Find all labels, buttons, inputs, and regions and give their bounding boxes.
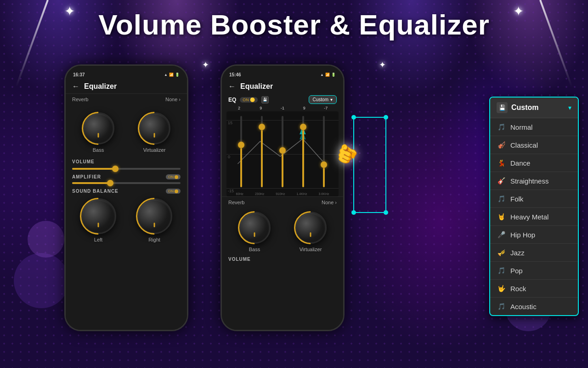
- virtualizer-label-2: Virtualizer: [300, 247, 322, 252]
- phone-2-time: 15:46: [229, 72, 241, 77]
- jazz-icon: 🎺: [497, 248, 506, 257]
- back-arrow-icon-2[interactable]: ←: [228, 82, 236, 91]
- dropdown-item-dance[interactable]: 💃 Dance: [490, 154, 578, 172]
- freq-5: 3.6KHz: [318, 192, 329, 196]
- phone-2-screen: 15:46 ▲ 📶 🔋 ← Equalizer EQ ON 🟡 💾 Custom…: [222, 66, 343, 330]
- freq-3: 910Hz: [276, 192, 285, 196]
- phone-1-status-icons: ▲ 📶 🔋: [164, 73, 180, 77]
- dropdown-item-classical[interactable]: 🎻 Classical: [490, 136, 578, 154]
- acoustic-label: Acoustic: [510, 303, 537, 310]
- eq-toggle[interactable]: ON 🟡: [240, 97, 258, 103]
- volume-fill: [72, 168, 115, 170]
- star-3: ✦: [202, 60, 209, 70]
- phone-1-screen: 16:37 ▲ 📶 🔋 ← Equalizer Reverb None ›: [66, 66, 187, 330]
- eq-bar-track-4: [302, 116, 304, 187]
- reverb-value-1: None ›: [165, 97, 181, 102]
- bass-knob-ring: [75, 105, 122, 152]
- amplifier-slider[interactable]: [66, 180, 187, 186]
- normal-label: Normal: [510, 123, 532, 131]
- bass-knob[interactable]: [82, 112, 114, 144]
- right-label: Right: [148, 237, 160, 242]
- eq-label: EQ: [228, 97, 236, 103]
- dropdown-item-acoustic[interactable]: 🎵 Acoustic: [490, 298, 578, 315]
- eq-bar-3[interactable]: [279, 116, 286, 187]
- reverb-row-1[interactable]: Reverb None ›: [66, 93, 187, 105]
- signal-icon: ▲: [164, 73, 168, 77]
- virtualizer-knob-ring-2: [287, 204, 334, 251]
- amplifier-fill: [72, 182, 110, 184]
- rock-icon: 🤟: [497, 284, 506, 293]
- eq-freq-labels: 60Hz 230Hz 910Hz 1.4KHz 3.6KHz: [226, 192, 339, 196]
- dropdown-item-jazz[interactable]: 🎺 Jazz: [490, 244, 578, 262]
- wifi-icon-2: 📶: [325, 73, 330, 77]
- page-title: Volume Booster & Equalizer: [0, 8, 588, 41]
- eq-bar-fill-1: [240, 148, 242, 187]
- eq-bar-handle-2[interactable]: [259, 124, 265, 130]
- right-knob-ring: [128, 190, 180, 242]
- dropdown-item-straightness[interactable]: 🎸 Straightness: [490, 172, 578, 190]
- amplifier-thumb[interactable]: [107, 180, 113, 186]
- phone-1-status-bar: 16:37 ▲ 📶 🔋: [66, 66, 187, 80]
- hip-hop-icon: 🎤: [497, 230, 506, 239]
- normal-icon: 🎵: [497, 122, 506, 132]
- phone-2-screen-title: Equalizer: [240, 82, 273, 91]
- amplifier-track: [72, 182, 181, 184]
- back-arrow-icon[interactable]: ←: [72, 82, 79, 91]
- amplifier-toggle[interactable]: ON: [166, 174, 181, 179]
- phone-2: 15:46 ▲ 📶 🔋 ← Equalizer EQ ON 🟡 💾 Custom…: [220, 64, 345, 331]
- jazz-label: Jazz: [510, 249, 525, 257]
- virtualizer-knob-container: Virtualizer: [138, 112, 170, 153]
- virtualizer-knob-2[interactable]: [294, 212, 327, 244]
- reverb-row-2[interactable]: Reverb None ›: [222, 196, 343, 208]
- phone-2-status-icons: ▲ 📶 🔋: [320, 73, 336, 77]
- dropdown-item-hip-hop[interactable]: 🎤 Hip Hop: [490, 226, 578, 244]
- eq-header: EQ ON 🟡 💾 Custom ▾: [222, 93, 343, 106]
- bass-knob-ring-2: [231, 204, 278, 251]
- eq-bar-fill-3: [282, 154, 283, 187]
- sound-balance-dot: [175, 190, 178, 193]
- eq-bars-container: [226, 111, 339, 196]
- classical-label: Classical: [510, 141, 538, 149]
- eq-bar-1[interactable]: [237, 116, 245, 187]
- eq-bar-handle-4[interactable]: [300, 124, 306, 130]
- eq-bar-handle-1[interactable]: [238, 142, 244, 148]
- virtualizer-knob[interactable]: [138, 112, 170, 144]
- eq-bar-5[interactable]: [320, 116, 328, 187]
- hip-hop-label: Hip Hop: [510, 231, 535, 239]
- eq-val-2: 9: [254, 106, 268, 110]
- dropdown-header[interactable]: 💾 Custom ▾: [490, 98, 578, 118]
- bass-knob-2[interactable]: [238, 212, 271, 244]
- eq-bar-fill-2: [261, 130, 263, 187]
- rock-label: Rock: [510, 285, 526, 293]
- pop-icon: 🎵: [497, 266, 506, 275]
- bokeh-2: [28, 221, 64, 258]
- eq-bar-4[interactable]: [300, 116, 307, 187]
- eq-bar-fill-5: [323, 168, 325, 187]
- virtualizer-label: Virtualizer: [143, 147, 166, 153]
- freq-4: 1.4KHz: [296, 192, 307, 196]
- left-knob[interactable]: [80, 198, 116, 234]
- left-knob-container: Left: [80, 198, 116, 242]
- phone-1: 16:37 ▲ 📶 🔋 ← Equalizer Reverb None ›: [64, 64, 188, 331]
- volume-thumb[interactable]: [112, 166, 119, 172]
- volume-track: [72, 168, 181, 170]
- dropdown-item-pop[interactable]: 🎵 Pop: [490, 262, 578, 280]
- eq-save-icon[interactable]: 💾: [261, 96, 269, 104]
- eq-val-3: -1: [276, 106, 289, 110]
- phone-2-knobs: Bass Virtualizer: [222, 208, 343, 254]
- dropdown-item-normal[interactable]: 🎵 Normal: [490, 118, 578, 136]
- eq-preset-dropdown[interactable]: Custom ▾: [309, 95, 337, 104]
- signal-icon-2: ▲: [320, 73, 324, 77]
- dropdown-item-folk[interactable]: 🎵 Folk: [490, 190, 578, 208]
- amplifier-label: AMPLIFIER: [72, 174, 101, 179]
- eq-bar-handle-5[interactable]: [321, 161, 327, 168]
- dropdown-item-heavy-metal[interactable]: 🤘 Heavy Metal: [490, 208, 578, 226]
- sound-balance-toggle[interactable]: ON: [166, 189, 181, 194]
- right-knob[interactable]: [136, 198, 172, 234]
- eq-bar-track-3: [282, 116, 283, 187]
- eq-bar-handle-3[interactable]: [279, 147, 286, 154]
- eq-bar-fill-4: [302, 130, 304, 187]
- dropdown-item-rock[interactable]: 🤟 Rock: [490, 280, 578, 298]
- volume-slider[interactable]: [66, 166, 187, 172]
- eq-bar-2[interactable]: [258, 116, 266, 187]
